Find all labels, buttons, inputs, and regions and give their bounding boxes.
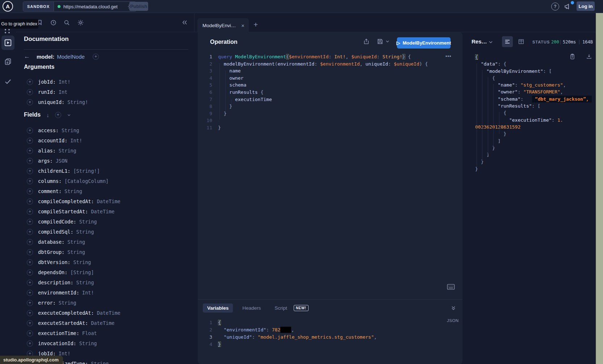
operation-code-editor[interactable]: 1query ModelByEnvironment($environmentId… — [198, 53, 448, 131]
endpoint-url-input[interactable] — [63, 2, 125, 11]
add-field-to-query-button[interactable]: + — [27, 290, 33, 296]
response-chevron-down-icon[interactable] — [488, 39, 495, 45]
field-row[interactable]: + compiledSql: String — [24, 227, 189, 237]
add-field-to-query-button[interactable]: + — [27, 300, 33, 306]
field-row[interactable]: + compileCompletedAt: DateTime — [24, 196, 189, 206]
response-duration: 520ms — [563, 39, 576, 45]
indent-guide — [493, 84, 494, 147]
add-field-to-query-button[interactable]: + — [27, 320, 33, 326]
field-row[interactable]: + environmentId: Int! — [24, 288, 189, 298]
field-row[interactable]: + alias: String — [24, 146, 189, 156]
sidebar-item-explorer[interactable] — [1, 35, 14, 50]
search-icon[interactable] — [63, 19, 71, 26]
add-all-fields-button[interactable]: + — [55, 112, 61, 118]
topbar: A SANDBOX Publish ? Log in — [0, 0, 603, 13]
field-row[interactable]: + compileStartedAt: DateTime — [24, 206, 189, 217]
login-button[interactable]: Log in — [577, 1, 595, 11]
add-field-to-query-button[interactable]: + — [27, 219, 33, 225]
apollo-logo-icon[interactable]: A — [3, 1, 13, 12]
field-row[interactable]: + invocationId: String — [24, 338, 189, 348]
add-argument-button[interactable]: + — [27, 99, 33, 105]
panel-divider — [194, 13, 194, 32]
collapse-variables-chevrons-icon[interactable] — [451, 305, 458, 312]
add-field-to-query-button[interactable]: + — [27, 188, 33, 194]
add-field-to-query-button[interactable]: + — [27, 310, 33, 316]
publish-button[interactable]: Publish — [129, 2, 148, 11]
field-type: String — [59, 300, 76, 306]
field-name: dbtGroup: — [38, 249, 64, 255]
argument-row[interactable]: + uniqueId: String! — [24, 97, 189, 107]
field-row[interactable]: + args: JSON — [24, 156, 189, 166]
argument-row[interactable]: + jobId: Int! — [24, 77, 189, 87]
add-field-to-query-button[interactable]: + — [27, 249, 33, 255]
field-name: executeCompletedAt: — [38, 310, 94, 316]
tab-model-by-environment[interactable]: ModelByEnvi… × — [197, 18, 249, 33]
field-name: dependsOn: — [38, 269, 67, 275]
field-row[interactable]: + dbtVersion: String — [24, 257, 189, 267]
add-field-to-query-button[interactable]: + — [27, 178, 33, 184]
field-row[interactable]: + columns: [CatalogColumn] — [24, 176, 189, 186]
add-field-button[interactable]: + — [93, 54, 99, 60]
field-row[interactable]: + error: String — [24, 298, 189, 308]
field-row[interactable]: + executeCompletedAt: DateTime — [24, 308, 189, 318]
tab-variables[interactable]: Variables — [203, 304, 233, 313]
sidebar-item-checks[interactable] — [1, 74, 14, 89]
chevron-down-icon[interactable] — [67, 113, 71, 117]
field-row[interactable]: + executeStartedAt: DateTime — [24, 318, 189, 328]
collapse-docs-chevrons-icon[interactable] — [181, 18, 189, 26]
field-row[interactable]: + comment: String — [24, 186, 189, 196]
indent-guide — [488, 77, 488, 154]
add-field-to-query-button[interactable]: + — [27, 330, 33, 336]
argument-name: jobId: — [38, 79, 56, 85]
field-row[interactable]: + compiledCode: String — [24, 217, 189, 227]
add-field-to-query-button[interactable]: + — [27, 269, 33, 276]
tab-script[interactable]: Script — [270, 304, 289, 313]
variables-code-editor[interactable]: 1{2 "environmentId": 782,3 "uniqueId": "… — [198, 319, 448, 348]
back-arrow-icon[interactable]: ← — [24, 53, 30, 60]
add-field-to-query-button[interactable]: + — [27, 158, 33, 164]
sort-fields-arrow-icon[interactable]: ↓ — [46, 112, 49, 118]
field-row[interactable]: + description: String — [24, 277, 189, 288]
field-name: executeStartedAt: — [38, 320, 88, 326]
explorer-settings-gear-icon[interactable] — [77, 19, 84, 26]
breadcrumb-type-link[interactable]: ModelNode — [57, 54, 85, 60]
field-row[interactable]: + database: String — [24, 237, 189, 247]
run-operation-button[interactable]: ▷ ModelByEnvironment — [397, 37, 451, 49]
response-format-table-button[interactable] — [516, 36, 527, 47]
field-row[interactable]: + dbtGroup: String — [24, 247, 189, 257]
add-field-to-query-button[interactable]: + — [27, 138, 33, 144]
sidebar-item-schema[interactable] — [1, 54, 14, 69]
share-icon[interactable] — [363, 37, 372, 46]
keyboard-shortcuts-icon[interactable] — [447, 284, 455, 290]
new-tab-button[interactable]: + — [254, 20, 258, 29]
history-icon[interactable] — [50, 19, 57, 26]
add-field-to-query-button[interactable]: + — [27, 280, 33, 286]
response-json-viewer[interactable]: { "data": { "modelByEnvironment": [ { "n… — [467, 54, 596, 172]
save-icon[interactable] — [377, 37, 385, 46]
field-row[interactable]: + access: String — [24, 125, 189, 135]
tab-headers[interactable]: Headers — [238, 304, 265, 313]
field-row[interactable]: + dependsOn: [String] — [24, 267, 189, 277]
add-field-to-query-button[interactable]: + — [27, 239, 33, 245]
add-argument-button[interactable]: + — [27, 89, 33, 95]
add-field-to-query-button[interactable]: + — [27, 127, 33, 134]
argument-type: Int! — [59, 79, 71, 85]
add-field-to-query-button[interactable]: + — [27, 198, 33, 205]
add-field-to-query-button[interactable]: + — [27, 340, 33, 347]
add-field-to-query-button[interactable]: + — [27, 229, 33, 235]
indent-guide — [477, 63, 477, 168]
argument-row[interactable]: + runId: Int — [24, 87, 189, 97]
field-row[interactable]: + executionTime: Float — [24, 328, 189, 338]
add-field-to-query-button[interactable]: + — [27, 259, 33, 265]
add-argument-button[interactable]: + — [27, 79, 33, 85]
add-field-to-query-button[interactable]: + — [27, 209, 33, 215]
response-format-tree-button[interactable] — [502, 36, 513, 47]
save-chevron-down-icon[interactable] — [385, 37, 391, 46]
help-icon[interactable]: ? — [551, 3, 559, 11]
field-row[interactable]: + accountId: Int! — [24, 135, 189, 146]
add-field-to-query-button[interactable]: + — [27, 148, 33, 154]
fields-section-title: Fields — [24, 112, 41, 118]
field-row[interactable]: + childrenL1: [String!] — [24, 166, 189, 176]
close-tab-icon[interactable]: × — [241, 22, 244, 29]
add-field-to-query-button[interactable]: + — [27, 168, 33, 174]
